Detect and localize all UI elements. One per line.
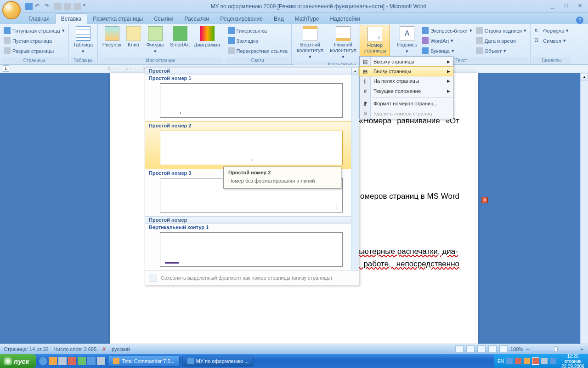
zoom-in-icon[interactable]: +	[581, 346, 583, 352]
view-reading-icon[interactable]	[466, 345, 475, 353]
status-language[interactable]: русский	[112, 346, 130, 352]
tray-volume-icon[interactable]	[541, 358, 548, 364]
tc-icon	[113, 358, 119, 364]
gallery-item-selected[interactable]: Простой номер 2 ¹	[145, 121, 351, 169]
wordart-button[interactable]: WordArt▾	[422, 36, 472, 46]
start-button[interactable]: пуск	[0, 354, 36, 368]
redo-icon[interactable]: ↷	[45, 3, 52, 10]
ql-app-icon[interactable]	[87, 357, 96, 365]
smartart-button[interactable]: SmartArt	[168, 25, 192, 58]
tab-references[interactable]: Ссылки	[148, 14, 179, 24]
save-icon[interactable]	[25, 3, 33, 10]
pn-bottom-of-page[interactable]: ▤Внизу страницы▶	[359, 66, 453, 76]
ql-app-icon[interactable]	[68, 357, 76, 365]
ql-desktop-icon[interactable]	[58, 357, 67, 365]
vertical-scrollbar[interactable]: ▲	[580, 73, 588, 344]
pn-format[interactable]: ⁋Формат номеров страниц...	[360, 98, 453, 109]
close-button[interactable]: ✕	[574, 3, 585, 10]
undo-icon[interactable]: ↶	[35, 3, 42, 10]
status-words[interactable]: Число слов: 3 695	[54, 346, 96, 352]
blank-page-icon	[4, 37, 11, 44]
zoom-out-icon[interactable]: −	[526, 346, 529, 352]
tooltip: Простой номер 2 Номер без форматирования…	[223, 167, 341, 189]
tray-network-icon[interactable]	[506, 358, 513, 364]
tab-page-layout[interactable]: Разметка страницы	[87, 14, 148, 24]
picture-button[interactable]: Рисунок	[100, 25, 124, 58]
tab-selector[interactable]: L	[3, 65, 9, 72]
clipart-icon	[126, 26, 141, 41]
datetime-button[interactable]: Дата и время	[476, 36, 526, 46]
cover-page-button[interactable]: Титульная страница▾	[4, 26, 65, 35]
group-illustrations: Рисунок Клип Фигуры▾ SmartArt Диаграмма …	[98, 24, 224, 64]
blank-page-button[interactable]: Пустая страница	[4, 36, 65, 46]
tab-mailings[interactable]: Рассылки	[179, 14, 215, 24]
bookmark-button[interactable]: Закладка	[228, 36, 288, 46]
page-break-button[interactable]: Разрыв страницы	[4, 46, 65, 56]
ql-app-icon[interactable]	[78, 357, 86, 365]
gallery-item[interactable]: Простой номер 1 ¹	[145, 75, 351, 118]
tray-app-icon[interactable]	[524, 358, 530, 364]
hyperlink-button[interactable]: Гиперссылка	[228, 26, 288, 35]
crossref-button[interactable]: Перекрестная ссылка	[228, 46, 288, 56]
header-button[interactable]: Верхний колонтитул▾	[294, 25, 327, 62]
tab-home[interactable]: Главная	[23, 14, 55, 24]
gallery-scrollbar[interactable]: ▴	[351, 67, 359, 270]
footer-button[interactable]: Нижний колонтитул▾	[327, 25, 360, 62]
scroll-up-icon[interactable]: ▴	[351, 67, 359, 75]
table-button[interactable]: Таблица▾	[71, 25, 96, 58]
picture-toolbar-close-icon[interactable]: ✕	[481, 197, 488, 203]
view-print-layout-icon[interactable]	[455, 345, 464, 353]
textbox-button[interactable]: AНадпись▾	[394, 25, 420, 58]
office-button[interactable]	[2, 1, 21, 19]
ql-mail-icon[interactable]	[49, 357, 57, 365]
dropcap-button[interactable]: Буквица▾	[422, 46, 472, 56]
gallery-item[interactable]: Вертикальный контур 1	[145, 224, 351, 267]
tray-keyboard-icon[interactable]	[532, 358, 539, 364]
titlebar: ↶ ↷ ▾ МУ по оформлению 2009 [Режим огран…	[0, 0, 588, 13]
scroll-up-icon[interactable]: ▲	[581, 73, 588, 80]
view-draft-icon[interactable]	[499, 345, 508, 353]
quickparts-button[interactable]: Экспресс-блоки▾	[422, 26, 472, 35]
clipart-button[interactable]: Клип	[124, 25, 143, 58]
separator	[372, 97, 453, 98]
tab-review[interactable]: Рецензирование	[215, 14, 268, 24]
status-proof-icon[interactable]: ✗	[102, 346, 106, 352]
shapes-button[interactable]: Фигуры▾	[143, 25, 168, 58]
pn-page-margins[interactable]: ▯На полях страницы▶	[360, 76, 453, 86]
ql-app-icon[interactable]	[97, 357, 105, 365]
tray-clock[interactable]: 12:20 вторник 22.09.2009	[561, 354, 584, 368]
gallery-preview: ¹	[160, 83, 343, 118]
object-button[interactable]: Объект▾	[476, 46, 526, 56]
open-icon[interactable]	[74, 3, 81, 10]
pn-top-of-page[interactable]: ▤Вверху страницы▶	[360, 57, 453, 67]
tab-view[interactable]: Вид	[268, 14, 289, 24]
taskbar-task[interactable]: Total Commander 7.5...	[108, 356, 179, 367]
minimize-button[interactable]: ＿	[547, 3, 558, 10]
chart-button[interactable]: Диаграмма	[192, 25, 222, 58]
status-page[interactable]: Страница: 14 из 32	[4, 346, 49, 352]
maximize-button[interactable]: □	[560, 3, 571, 10]
zoom-slider[interactable]	[532, 348, 578, 350]
tray-bt-icon[interactable]	[550, 358, 556, 364]
taskbar-task-active[interactable]: МУ по оформлению ...	[182, 356, 254, 367]
qat-more-icon[interactable]: ▾	[83, 3, 90, 10]
zoom-value[interactable]: 100%	[510, 346, 523, 352]
symbol-button[interactable]: ΩСимвол▾	[534, 36, 569, 46]
ribbon-help-icon[interactable]: ?	[576, 17, 583, 24]
view-web-icon[interactable]	[477, 345, 486, 353]
tray-av-icon[interactable]	[515, 358, 521, 364]
tab-mathtype[interactable]: MathType	[289, 14, 325, 24]
zoom-thumb[interactable]	[554, 346, 558, 352]
tab-addins[interactable]: Надстройки	[324, 14, 366, 24]
cover-page-icon	[4, 27, 11, 34]
signature-button[interactable]: Строка подписи▾	[476, 26, 526, 35]
print-icon[interactable]	[54, 3, 62, 10]
preview-icon[interactable]	[64, 3, 71, 10]
pn-current-position[interactable]: #Текущее положение▶	[360, 86, 453, 96]
equation-button[interactable]: πФормула▾	[534, 26, 569, 35]
view-outline-icon[interactable]	[488, 345, 497, 353]
ql-ie-icon[interactable]	[39, 357, 47, 365]
tab-insert[interactable]: Вставка	[55, 13, 88, 24]
gallery-footer[interactable]: Сохранить выделенный фрагмент как номер …	[145, 270, 359, 285]
tray-lang[interactable]: EN	[498, 359, 504, 364]
